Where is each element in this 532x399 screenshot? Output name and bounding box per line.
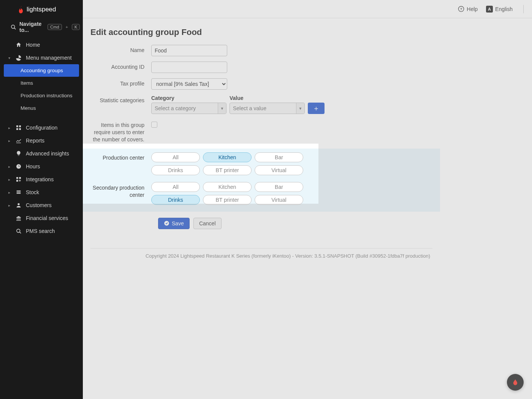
grid-icon [15,125,22,131]
sidebar-label: Menu management [26,55,72,61]
svg-rect-3 [19,125,21,127]
pill-all[interactable]: All [151,182,200,192]
svg-rect-2 [16,125,18,127]
language-icon: A [486,6,493,13]
pill-virtual[interactable]: Virtual [255,195,303,205]
footer-copyright: Copyright 2024 Lightspeed Restaurant K S… [90,253,432,259]
nav-search-label: Navigate to... [19,21,41,33]
pill-drinks[interactable]: Drinks [151,195,200,205]
pill-bar[interactable]: Bar [255,182,303,192]
tax-profile-select[interactable]: normal [9% Sales Tax] [151,78,227,90]
svg-line-1 [14,28,16,29]
search-icon [11,24,16,30]
drop-icon [512,379,519,386]
label-prod-center: Production center [90,152,151,161]
main: ? Help A English Edit accounting group F… [83,0,532,399]
sidebar-sub-menus[interactable]: Menus [0,102,83,114]
sidebar-item-home[interactable]: Home [0,38,83,51]
topbar: ? Help A English [83,0,532,18]
label-secondary-prod-center: Secondary production center [90,182,151,199]
svg-point-14 [17,203,19,205]
svg-rect-12 [17,192,21,193]
bank-icon [15,215,22,221]
svg-text:?: ? [460,7,462,11]
language-switch[interactable]: A English [486,6,513,13]
stat-head-value: Value [230,95,305,101]
save-button[interactable]: Save [158,218,190,229]
secondary-prod-center-options: AllKitchenBarDrinksBT printerVirtual [151,182,432,205]
sidebar-item-pms-search[interactable]: PMS search [0,225,83,238]
label-name: Name [90,45,151,53]
help-icon: ? [458,6,464,12]
sidebar-item-reports[interactable]: Reports [0,134,83,147]
form: Name Accounting ID Tax profile norma [90,45,432,259]
help-link[interactable]: ? Help [458,6,478,12]
pill-virtual[interactable]: Virtual [255,165,303,175]
plus-icon: ＋ [313,104,320,113]
home-icon [15,42,22,48]
pill-bt-printer[interactable]: BT printer [203,165,252,175]
sidebar-label: Home [26,42,40,48]
stack-icon [15,189,22,195]
sidebar-sub-accounting-groups[interactable]: Accounting groups [4,64,79,77]
sidebar-item-hours[interactable]: Hours [0,160,83,173]
sidebar-item-configuration[interactable]: Configuration [0,121,83,134]
nav-search[interactable]: Navigate to... Cmd + K [0,17,83,38]
chevron-down-icon: ▼ [296,103,304,114]
support-fab[interactable] [507,374,524,391]
sidebar-item-customers[interactable]: Customers [0,199,83,212]
svg-rect-8 [16,177,18,179]
brand-logo: lightspeed [0,0,83,17]
stat-head-category: Category [151,95,226,101]
nav-list: Home Menu management Accounting groups I… [0,38,83,238]
pie-icon [15,55,22,61]
topbar-divider [523,5,524,13]
brand-name: lightspeed [27,6,56,13]
pill-kitchen[interactable]: Kitchen [203,182,252,192]
sidebar-sub-production-instructions[interactable]: Production instructions [0,89,83,102]
pill-kitchen[interactable]: Kitchen [203,152,252,162]
search-icon [15,228,22,234]
sidebar-item-stock[interactable]: Stock [0,186,83,199]
label-covers: Items in this group require users to ent… [90,119,151,143]
sidebar-item-menu-management[interactable]: Menu management [0,51,83,64]
pill-drinks[interactable]: Drinks [151,165,200,175]
kbd-plus: + [66,25,68,29]
stat-category-select[interactable]: Select a category ▼ [151,103,226,114]
svg-rect-11 [17,190,21,191]
sidebar-item-integrations[interactable]: Integrations [0,173,83,186]
covers-checkbox[interactable] [151,122,157,128]
prod-center-options: AllKitchenBarDrinksBT printerVirtual [151,152,432,175]
chevron-down-icon: ▼ [218,103,226,114]
chart-icon [15,138,22,144]
sidebar-item-financial-services[interactable]: Financial services [0,212,83,225]
label-accounting-id: Accounting ID [90,62,151,70]
bulb-icon [15,150,22,157]
svg-rect-4 [16,128,18,130]
svg-point-15 [16,229,20,232]
label-stat-categories: Statistic categories [90,95,151,103]
sidebar-sub-items[interactable]: Items [0,77,83,89]
sidebar: lightspeed Navigate to... Cmd + K Home [0,0,83,399]
pill-all[interactable]: All [151,152,200,162]
pill-bt-printer[interactable]: BT printer [203,195,252,205]
footer-divider [90,248,432,249]
cancel-button[interactable]: Cancel [193,218,222,229]
kbd-k: K [72,24,80,30]
svg-point-0 [11,25,15,28]
kbd-cmd: Cmd [48,24,62,30]
check-circle-icon [164,220,169,226]
flame-icon [18,6,24,13]
svg-rect-13 [17,193,21,194]
name-input[interactable] [151,45,227,56]
svg-line-16 [19,232,21,233]
label-tax-profile: Tax profile [90,78,151,87]
stat-value-select[interactable]: Select a value ▼ [230,103,305,114]
apps-icon [15,176,22,182]
user-icon [15,202,22,208]
highlight-band: Production center AllKitchenBarDrinksBT … [83,149,440,212]
sidebar-item-advanced-insights[interactable]: Advanced insights [0,147,83,160]
pill-bar[interactable]: Bar [255,152,303,162]
add-stat-button[interactable]: ＋ [308,103,325,114]
accounting-id-input[interactable] [151,62,227,73]
